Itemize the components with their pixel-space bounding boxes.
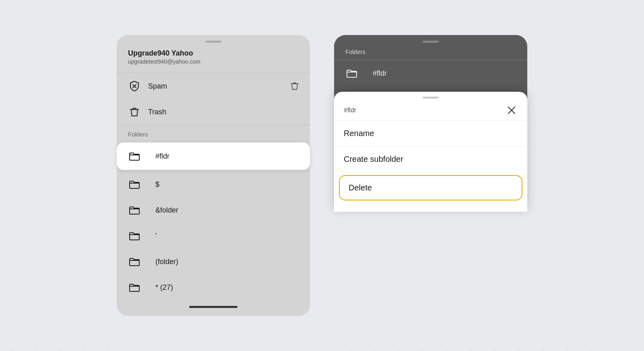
left-bottom-handle [189,306,237,308]
rename-menu-item[interactable]: Rename [334,121,527,147]
folder-item-star[interactable]: * (27) [117,275,310,300]
context-menu-title: #fldr [344,107,356,114]
trash-label: Trash [148,108,299,116]
right-folder-icon-fldr [345,67,358,80]
left-panel: Upgrade940 Yahoo upgradetest940@yahoo.co… [117,35,310,316]
account-email: upgradetest940@yahoo.com [128,58,299,65]
context-menu: #fldr Rename Create subfolder Delete [334,92,527,212]
delete-menu-item[interactable]: Delete [339,175,522,200]
folder-icon-fldr [128,150,141,163]
right-panel: Folders #fldr $ [334,35,527,212]
account-name: Upgrade940 Yahoo [128,49,299,58]
account-header: Upgrade940 Yahoo upgradetest940@yahoo.co… [117,43,310,73]
folder-icon-quote [128,229,141,242]
create-subfolder-menu-item[interactable]: Create subfolder [334,147,527,172]
folder-item-dollar[interactable]: $ [117,171,310,197]
close-icon[interactable] [506,104,518,116]
folder-icon-star [128,281,141,294]
folder-item-fldr-highlight[interactable]: #fldr [117,142,310,170]
right-folder-name-fldr: #fldr [373,69,387,78]
folder-item-ampfolder[interactable]: &folder [117,197,310,223]
trash-menu-item[interactable]: Trash [117,99,310,125]
folder-name-quote: ' [155,232,157,240]
folder-name-paren: (folder) [155,258,178,266]
right-folders-header: Folders [334,43,527,60]
folder-name-star: * (27) [155,283,173,292]
spam-menu-item[interactable]: Spam [117,73,310,99]
shield-x-icon [128,80,141,93]
folder-name-amp: &folder [155,206,178,215]
spam-delete-icon[interactable] [291,82,299,91]
trash-icon [128,105,141,118]
folder-icon-dollar [128,178,141,191]
context-menu-header: #fldr [334,99,527,121]
folder-icon-amp [128,204,141,217]
folder-name-dollar: $ [155,180,159,189]
folders-section-header: Folders [117,125,310,141]
panels-container: Upgrade940 Yahoo upgradetest940@yahoo.co… [117,35,527,316]
spam-label: Spam [148,82,291,91]
folder-icon-paren [128,255,141,268]
folder-item-quote[interactable]: ' [117,223,310,249]
folder-name-fldr: #fldr [155,152,169,161]
right-folder-fldr[interactable]: #fldr [334,60,527,86]
folder-item-paren[interactable]: (folder) [117,249,310,275]
